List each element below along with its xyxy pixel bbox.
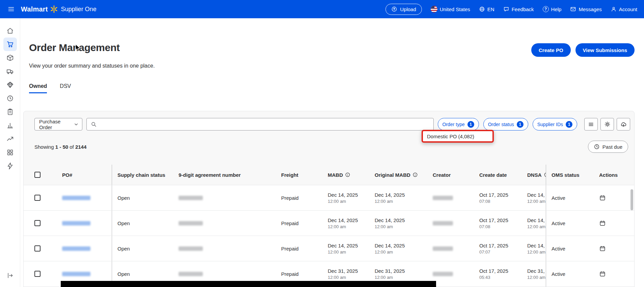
orders-panel: Purchase Order Order type 1 Order status… (23, 111, 635, 287)
hamburger-menu-icon[interactable] (7, 5, 16, 14)
calendar-action-button[interactable] (599, 270, 606, 277)
table-row: Open Prepaid Dec 14, 202512:00 am Dec 14… (24, 185, 634, 210)
row-checkbox[interactable] (34, 220, 41, 226)
us-flag-icon (431, 6, 437, 13)
country-selector[interactable]: United States (431, 6, 470, 13)
supply-chain-status-value: Open (117, 246, 130, 252)
grid-icon (6, 149, 14, 156)
clipboard-icon (6, 108, 14, 116)
topbar-right-group: Upload United States EN Feedback ? Help … (385, 4, 637, 15)
package-icon (6, 54, 14, 62)
clock-icon (594, 144, 600, 150)
column-header-mabd[interactable]: MABD (322, 165, 369, 185)
dnsa-time: 12:00 am (527, 275, 545, 280)
sidebar-item-transport[interactable] (3, 65, 17, 78)
export-button[interactable] (617, 118, 630, 130)
view-submissions-button[interactable]: View Submissions (575, 43, 635, 57)
sidebar-item-apps[interactable] (3, 146, 17, 159)
create-po-button[interactable]: Create PO (531, 43, 571, 57)
mabd-time: 12:00 am (328, 275, 346, 280)
expand-sidebar-icon[interactable] (7, 272, 14, 280)
sidebar-item-history[interactable] (3, 92, 17, 105)
original-mabd-time: 12:00 am (375, 224, 393, 229)
mabd-time: 12:00 am (328, 199, 346, 204)
table-settings-button[interactable] (600, 118, 614, 130)
create-time: 07:07 (479, 249, 490, 255)
column-header-dnsa[interactable]: DNSA (522, 165, 546, 185)
gear-icon (604, 121, 611, 127)
column-header-agreement[interactable]: 9-digit agreement number (173, 165, 276, 185)
column-header-creator[interactable]: Creator (427, 165, 474, 185)
sidebar-item-orders[interactable] (3, 38, 17, 51)
column-header-actions: Actions (594, 165, 635, 185)
cloud-download-icon (620, 121, 627, 128)
upload-button[interactable]: Upload (385, 4, 422, 15)
original-mabd-time: 12:00 am (375, 199, 393, 204)
create-time: 07:08 (479, 199, 490, 204)
supplier-ids-filter-chip[interactable]: Supplier IDs 1 (533, 118, 577, 130)
creator-redacted (433, 221, 453, 225)
sidebar-item-analytics[interactable] (3, 119, 17, 132)
select-all-checkbox[interactable] (34, 172, 41, 178)
highlighted-dropdown-option[interactable]: Domestic PO (4,082) (422, 130, 494, 143)
column-header-freight[interactable]: Freight (276, 165, 322, 185)
walmart-logo[interactable]: Walmart (21, 5, 58, 13)
table-row: Open Prepaid Dec 14, 202512:00 am Dec 14… (24, 210, 634, 236)
column-header-create-date[interactable]: Create date (474, 165, 522, 185)
creator-redacted (433, 196, 453, 200)
row-checkbox[interactable] (34, 245, 41, 252)
creator-redacted (433, 272, 453, 276)
info-icon[interactable] (412, 172, 418, 177)
language-selector[interactable]: EN (479, 6, 494, 12)
sidebar-item-automation[interactable] (3, 159, 17, 173)
help-link[interactable]: ? Help (543, 6, 562, 12)
left-sidebar (0, 18, 20, 287)
calendar-action-button[interactable] (599, 220, 606, 226)
order-type-filter-chip[interactable]: Order type 1 (438, 118, 479, 130)
sidebar-item-reports[interactable] (3, 105, 17, 119)
sidebar-item-deals[interactable] (3, 78, 17, 92)
diamond-icon (6, 81, 14, 89)
info-icon[interactable] (345, 172, 350, 177)
messages-link[interactable]: Messages (570, 6, 601, 12)
messages-icon (570, 6, 576, 12)
original-mabd-time: 12:00 am (375, 249, 393, 255)
tab-owned[interactable]: Owned (29, 83, 47, 93)
calendar-action-button[interactable] (599, 245, 606, 252)
mabd-date: Dec 14, 2025 (328, 192, 358, 198)
sidebar-item-growth[interactable] (3, 132, 17, 146)
page-title: Order Management (29, 42, 120, 53)
oms-status-value: Active (552, 195, 565, 201)
sidebar-item-home[interactable] (3, 24, 17, 38)
order-type-count-badge: 1 (467, 121, 474, 128)
column-header-original-mabd[interactable]: Original MABD (369, 165, 427, 185)
row-density-button[interactable] (584, 118, 598, 130)
row-checkbox[interactable] (34, 271, 41, 277)
main-content: Order Management View your order summary… (20, 18, 644, 287)
order-status-filter-chip[interactable]: Order status 1 (483, 118, 528, 130)
row-checkbox[interactable] (34, 195, 41, 201)
dnsa-time: 12:00 am (527, 199, 545, 204)
feedback-link[interactable]: Feedback (503, 6, 534, 12)
po-number-link-redacted[interactable] (62, 246, 90, 251)
past-due-filter-button[interactable]: Past due (588, 141, 628, 153)
results-summary-row: Showing 1 - 50 of 2144 Past due (24, 141, 634, 153)
vertical-scrollbar-thumb[interactable] (630, 189, 633, 210)
column-header-po[interactable]: PO# (57, 165, 112, 185)
sidebar-item-items[interactable] (3, 51, 17, 65)
column-header-oms-status[interactable]: OMS status (546, 165, 594, 185)
cart-icon (6, 41, 14, 48)
original-mabd-date: Dec 14, 2025 (375, 192, 405, 198)
entity-type-select[interactable]: Purchase Order (34, 118, 82, 130)
bar-chart-icon (6, 122, 14, 129)
po-number-link-redacted[interactable] (62, 272, 90, 276)
po-number-link-redacted[interactable] (62, 196, 90, 200)
account-menu[interactable]: Account (611, 6, 637, 12)
tab-dsv[interactable]: DSV (60, 83, 71, 93)
column-header-supply-chain-status[interactable]: Supply chain status (112, 165, 173, 185)
search-field (86, 118, 434, 130)
calendar-action-button[interactable] (599, 194, 606, 201)
search-input[interactable] (100, 121, 429, 127)
mabd-time: 12:00 am (328, 249, 346, 255)
po-number-link-redacted[interactable] (62, 221, 90, 225)
